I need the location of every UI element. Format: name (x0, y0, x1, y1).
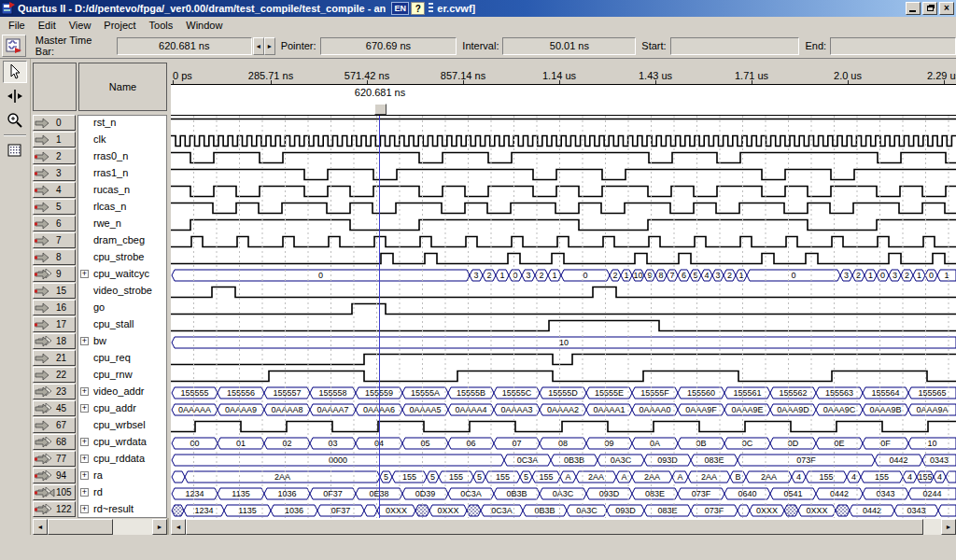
signal-name[interactable]: cpu_stall (93, 316, 134, 332)
signal-handle-77[interactable]: 77 (33, 451, 76, 467)
ruler-tick-mark (271, 80, 272, 84)
signal-name[interactable]: cpu_wrdata (93, 434, 147, 450)
signal-handle-18[interactable]: 18 (33, 333, 76, 349)
signal-name[interactable]: rd (93, 484, 103, 500)
signal-name[interactable]: cpu_wrbsel (93, 417, 146, 433)
language-indicator-badge[interactable]: EN (391, 2, 409, 15)
signal-name[interactable]: cpu_addr (93, 400, 136, 416)
expand-plus-icon[interactable]: + (80, 505, 89, 513)
signal-handle-23[interactable]: 23 (33, 384, 76, 399)
signal-name[interactable]: cpu_strobe (93, 249, 144, 265)
signal-name[interactable]: cpu_rnw (93, 367, 133, 383)
signal-name[interactable]: ra (93, 468, 103, 483)
signal-handle-17[interactable]: 17 (33, 316, 76, 332)
signal-handle-105[interactable]: 105 (33, 484, 76, 500)
selection-tool-button[interactable] (3, 61, 27, 83)
menu-window[interactable]: Window (179, 18, 229, 33)
expand-plus-icon[interactable]: + (80, 270, 89, 278)
signal-handle-6[interactable]: 6 (33, 216, 76, 231)
close-button[interactable]: × (939, 2, 954, 15)
scroll-right-icon[interactable]: ► (941, 519, 956, 535)
signal-name[interactable]: rst_n (93, 115, 116, 131)
signal-name[interactable]: cpu_req (93, 350, 131, 366)
signal-handle-8[interactable]: 8 (33, 249, 76, 265)
scrollbar-thumb[interactable] (186, 519, 923, 535)
end-field[interactable] (830, 37, 956, 55)
master-time-bar-handle[interactable] (374, 104, 387, 115)
expand-plus-icon[interactable]: + (80, 337, 89, 345)
signal-name[interactable]: rd~result (93, 501, 134, 517)
title-bar[interactable]: Quartus II - D:/d/pentevo/fpga/_ver0.00/… (0, 0, 956, 17)
signal-handle-16[interactable]: 16 (33, 300, 76, 315)
signal-handle-9[interactable]: 9 (33, 266, 76, 282)
signal-name[interactable]: cpu_rddata (93, 451, 145, 467)
signal-name[interactable]: rras0_n (93, 148, 128, 164)
time-bar-tool-button[interactable] (3, 85, 27, 107)
waveform-display[interactable]: 0321032102110987654321032103210110155555… (171, 115, 956, 518)
start-field[interactable] (670, 37, 800, 55)
expand-plus-icon[interactable]: + (80, 455, 89, 463)
expand-plus-icon[interactable]: + (80, 488, 89, 497)
grid-tool-button[interactable] (3, 139, 27, 161)
expand-plus-icon[interactable]: + (80, 471, 89, 480)
waveform-hscrollbar[interactable]: ◄ ► (171, 519, 956, 535)
master-time-bar-line[interactable] (379, 116, 380, 518)
master-time-bar-spin-right-icon[interactable]: ▸ (264, 37, 275, 55)
expand-plus-icon[interactable]: + (80, 438, 89, 446)
signal-handle-122[interactable]: 122 (33, 501, 76, 517)
signal-handle-67[interactable]: 67 (33, 417, 76, 433)
signal-name[interactable]: dram_cbeg (93, 232, 145, 248)
close-icon: × (944, 4, 949, 13)
signal-panel-hscrollbar[interactable]: ◄ ► (33, 519, 167, 535)
menu-edit[interactable]: Edit (32, 18, 63, 33)
language-bar-grip-icon[interactable] (429, 3, 433, 14)
signal-name[interactable]: clk (93, 132, 105, 147)
menu-project[interactable]: Project (97, 18, 142, 33)
signal-name[interactable]: video_addr (93, 384, 144, 399)
signal-handle-45[interactable]: 45 (33, 400, 76, 416)
scroll-left-icon[interactable]: ◄ (171, 519, 186, 535)
master-time-bar-strip[interactable]: 620.681 ns (171, 85, 956, 115)
ruler-label: 0 ps (173, 70, 192, 81)
restore-button[interactable] (922, 2, 937, 15)
menu-file[interactable]: File (2, 18, 32, 33)
language-help-icon[interactable]: ? (411, 2, 425, 15)
signal-name[interactable]: cpu_waitcyc (93, 266, 149, 282)
scrollbar-thumb[interactable] (48, 519, 113, 535)
signal-name[interactable]: go (93, 300, 105, 315)
signal-handle-1[interactable]: 1 (33, 132, 76, 147)
signal-name[interactable]: bw (93, 333, 106, 349)
signal-name[interactable]: rlcas_n (93, 199, 126, 215)
signal-handle-21[interactable]: 21 (33, 350, 76, 366)
signal-handle-0[interactable]: 0 (33, 115, 76, 131)
signal-name-header: Name (78, 63, 167, 111)
expand-plus-icon[interactable]: + (80, 404, 89, 413)
scroll-right-icon[interactable]: ► (152, 519, 167, 535)
menu-tools[interactable]: Tools (143, 18, 180, 33)
expand-plus-icon[interactable]: + (80, 387, 89, 396)
signal-name[interactable]: rras1_n (93, 165, 128, 181)
signal-handle-4[interactable]: 4 (33, 182, 76, 198)
signal-name[interactable]: rwe_n (93, 216, 121, 231)
signal-handle-15[interactable]: 15 (33, 283, 76, 299)
zoom-tool-button[interactable] (3, 109, 27, 132)
signal-handle-3[interactable]: 3 (33, 165, 76, 181)
output-pin-icon (35, 151, 55, 162)
signal-number: 17 (56, 319, 66, 329)
time-ruler[interactable]: 0 ps285.71 ns571.42 ns857.14 ns1.14 us1.… (171, 59, 956, 85)
signal-handle-2[interactable]: 2 (33, 148, 76, 164)
signal-handle-5[interactable]: 5 (33, 199, 76, 215)
signal-handle-94[interactable]: 94 (33, 468, 76, 483)
signal-name[interactable]: video_strobe (93, 283, 152, 299)
menu-view[interactable]: View (63, 18, 98, 33)
signal-handle-68[interactable]: 68 (33, 434, 76, 450)
minimize-button[interactable] (906, 2, 921, 15)
scroll-left-icon[interactable]: ◄ (33, 519, 48, 535)
waveform-document-button[interactable] (2, 35, 26, 57)
master-time-bar-field[interactable]: 620.681 ns (117, 37, 252, 55)
ruler-tick-mark (463, 80, 464, 84)
signal-handle-22[interactable]: 22 (33, 367, 76, 383)
signal-handle-7[interactable]: 7 (33, 232, 76, 248)
signal-name[interactable]: rucas_n (93, 182, 130, 198)
master-time-bar-spin-left-icon[interactable]: ◂ (253, 37, 264, 55)
